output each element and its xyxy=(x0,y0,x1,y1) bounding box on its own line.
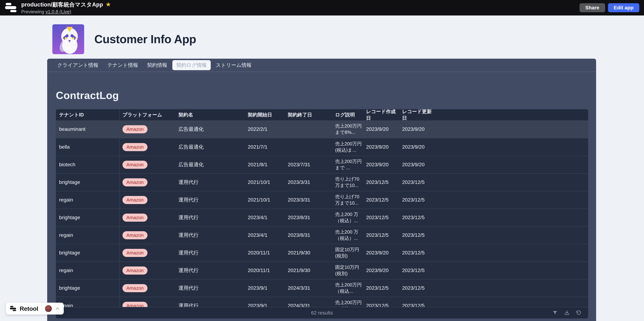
tab-1[interactable]: テナント情報 xyxy=(103,60,142,70)
download-icon[interactable] xyxy=(564,310,570,316)
favorite-star-icon[interactable]: ★ xyxy=(106,1,111,7)
column-header[interactable]: レコード更新日 xyxy=(399,109,435,120)
cell-updated-date: 2023/12/5 xyxy=(399,280,435,297)
retool-environment-badge[interactable]: Retool xyxy=(6,303,64,315)
cell-filler xyxy=(435,138,588,156)
cell-start-date: 2021/10/1 xyxy=(245,174,285,191)
cell-end-date: 2024/3/31 xyxy=(285,297,332,307)
cell-contract-name: 運用代行 xyxy=(176,209,245,226)
table-row[interactable]: brightage Amazon 運用代行 2020/11/1 2021/9/3… xyxy=(56,244,588,262)
column-header[interactable]: プラットフォーム xyxy=(120,109,176,120)
cell-log-desc: 売上200 万（税込）... xyxy=(332,209,363,226)
filter-icon[interactable] xyxy=(552,310,558,316)
cell-start-date: 2021/8/1 xyxy=(245,156,285,173)
cell-updated-date: 2023/12/5 xyxy=(399,209,435,226)
table-row[interactable]: brightage Amazon 運用代行 2023/4/1 2023/8/31… xyxy=(56,209,588,226)
retool-logo-icon[interactable] xyxy=(5,3,17,12)
table-row[interactable]: brightage Amazon 運用代行 2021/10/1 2023/3/3… xyxy=(56,173,588,191)
cell-end-date: 2023/7/31 xyxy=(285,156,332,173)
cell-created-date: 2023/12/5 xyxy=(363,227,399,244)
cell-filler xyxy=(435,280,588,297)
cell-filler xyxy=(435,120,588,138)
platform-badge: Amazon xyxy=(122,284,148,292)
tab-2[interactable]: 契約情報 xyxy=(143,60,171,70)
cell-filler xyxy=(435,297,588,307)
cell-tenant-id: brightage xyxy=(56,174,120,191)
cell-created-date: 2023/9/20 xyxy=(363,156,399,173)
owl-app-logo xyxy=(52,24,84,54)
table-row[interactable]: biotech Amazon 広告最適化 2021/8/1 2023/7/31 … xyxy=(56,156,588,173)
app-header: Customer Info App xyxy=(52,24,644,54)
user-avatar[interactable] xyxy=(45,305,52,312)
edit-app-button[interactable]: Edit app xyxy=(608,3,639,12)
column-header[interactable]: ログ説明 xyxy=(332,109,363,120)
cell-log-desc: 売上200万円まで ... xyxy=(332,156,363,173)
results-count: 62 results xyxy=(311,310,333,316)
column-header[interactable]: テナントID xyxy=(56,109,120,120)
column-header[interactable]: 契約終了日 xyxy=(285,109,332,120)
platform-badge: Amazon xyxy=(122,161,148,169)
share-button[interactable]: Share xyxy=(580,3,605,12)
cell-updated-date: 2023/12/5 xyxy=(399,191,435,209)
cell-platform: Amazon xyxy=(120,120,176,138)
tab-0[interactable]: クライアント情報 xyxy=(53,60,102,70)
cell-created-date: 2023/12/5 xyxy=(363,280,399,297)
version-link[interactable]: v1.0.8 (Live) xyxy=(46,9,71,14)
retool-brand-label: Retool xyxy=(20,305,38,312)
cell-tenant-id: bella xyxy=(56,138,120,156)
topbar: production/顧客統合マスタApp ★ Previewing v1.0.… xyxy=(0,0,644,15)
topbar-actions: Share Edit app xyxy=(580,3,639,12)
cell-start-date: 2023/9/1 xyxy=(245,297,285,307)
cell-filler xyxy=(435,174,588,191)
cell-end-date xyxy=(285,138,332,156)
cell-created-date: 2023/12/5 xyxy=(363,297,399,307)
cell-platform: Amazon xyxy=(120,156,176,173)
cell-filler xyxy=(435,156,588,173)
cell-contract-name: 運用代行 xyxy=(176,174,245,191)
table-body[interactable]: beauminant Amazon 広告最適化 2022/2/1 売上200万円… xyxy=(56,120,588,307)
table-row[interactable]: bella Amazon 広告最適化 2021/7/1 売上200万円(税込)ま… xyxy=(56,138,588,156)
table-row[interactable]: regain Amazon 運用代行 2021/10/1 2023/3/31 売… xyxy=(56,191,588,209)
cell-platform: Amazon xyxy=(120,262,176,279)
table-header-row: テナントIDプラットフォーム契約名契約開始日契約終了日ログ説明レコード作成日レコ… xyxy=(56,109,588,120)
tab-3[interactable]: 契約ログ情報 xyxy=(172,60,211,70)
platform-badge: Amazon xyxy=(122,214,148,222)
cell-log-desc: 売上200万円(税込)ま... xyxy=(332,138,363,156)
platform-badge: Amazon xyxy=(122,143,148,151)
table-row[interactable]: regain Amazon 運用代行 2023/4/1 2023/8/31 売上… xyxy=(56,226,588,244)
column-header[interactable]: 契約名 xyxy=(176,109,245,120)
cell-platform: Amazon xyxy=(120,244,176,262)
tab-bar: クライアント情報テナント情報契約情報契約ログ情報ストリーム情報 xyxy=(47,59,596,72)
table-row[interactable]: brightage Amazon 運用代行 2023/9/1 2024/3/31… xyxy=(56,279,588,297)
cell-contract-name: 運用代行 xyxy=(176,297,245,307)
table-row[interactable]: regain Amazon 運用代行 2020/11/1 2021/9/30 固… xyxy=(56,262,588,279)
column-header[interactable]: レコード作成日 xyxy=(363,109,399,120)
cell-contract-name: 運用代行 xyxy=(176,244,245,262)
cell-log-desc: 売上200万円（税込... xyxy=(332,280,363,297)
cell-end-date: 2023/3/31 xyxy=(285,191,332,209)
cell-contract-name: 運用代行 xyxy=(176,227,245,244)
cell-filler xyxy=(435,209,588,226)
table-row[interactable]: regain Amazon 運用代行 2023/9/1 2024/3/31 売上… xyxy=(56,297,588,307)
table-title: ContractLog xyxy=(56,89,596,101)
column-header[interactable]: 契約開始日 xyxy=(245,109,285,120)
topbar-meta: production/顧客統合マスタApp ★ Previewing v1.0.… xyxy=(21,1,111,14)
cell-contract-name: 広告最適化 xyxy=(176,120,245,138)
chevron-up-icon[interactable] xyxy=(55,306,60,311)
cell-created-date: 2023/9/20 xyxy=(363,244,399,262)
cell-platform: Amazon xyxy=(120,174,176,191)
table-row[interactable]: beauminant Amazon 広告最適化 2022/2/1 売上200万円… xyxy=(56,120,588,138)
platform-badge: Amazon xyxy=(122,125,148,133)
cell-contract-name: 広告最適化 xyxy=(176,138,245,156)
cell-log-desc: 売り上げ70万まで10... xyxy=(332,174,363,191)
tab-4[interactable]: ストリーム情報 xyxy=(212,60,256,70)
cell-updated-date: 2023/12/5 xyxy=(399,262,435,279)
cell-end-date: 2023/8/31 xyxy=(285,227,332,244)
cell-tenant-id: beauminant xyxy=(56,120,120,138)
content-panel: クライアント情報テナント情報契約情報契約ログ情報ストリーム情報 Contract… xyxy=(47,59,596,321)
previewing-label: Previewing xyxy=(21,9,44,14)
refresh-icon[interactable] xyxy=(576,310,582,316)
cell-updated-date: 2023/12/5 xyxy=(399,174,435,191)
cell-created-date: 2023/12/5 xyxy=(363,209,399,226)
contract-log-table: テナントIDプラットフォーム契約名契約開始日契約終了日ログ説明レコード作成日レコ… xyxy=(56,109,588,319)
